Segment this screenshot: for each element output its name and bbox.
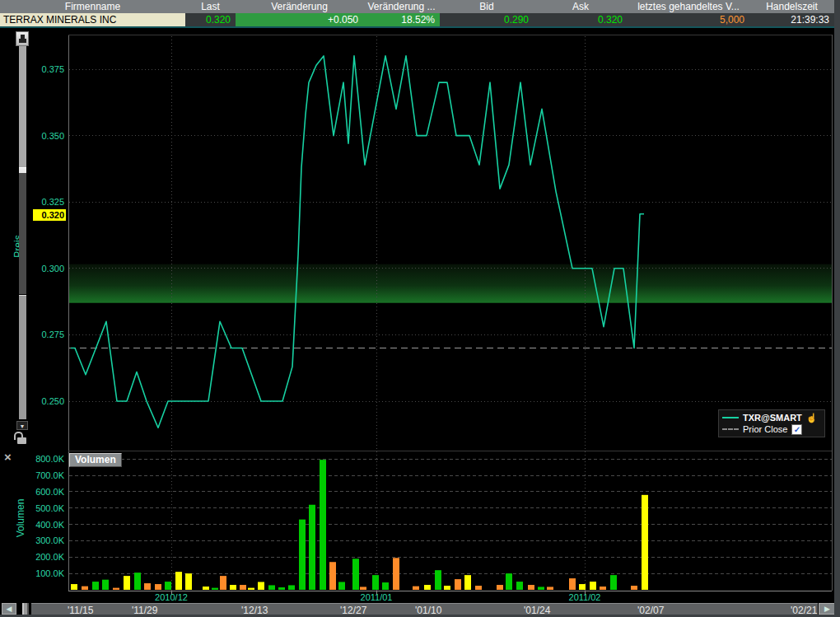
volume-bar xyxy=(92,582,99,590)
volume-bar xyxy=(338,582,345,590)
volume-bar xyxy=(309,505,315,590)
zoom-slider-knob-button[interactable] xyxy=(16,31,29,46)
quote-header-4[interactable]: Bid xyxy=(440,0,534,13)
volume-bar xyxy=(506,573,512,590)
volume-bar xyxy=(299,520,306,590)
volume-bar xyxy=(360,587,366,590)
quote-header-7[interactable]: Handelszeit xyxy=(749,0,834,13)
month-label: 2011/01 xyxy=(361,592,393,602)
volume-bar xyxy=(113,588,119,590)
volume-bar xyxy=(444,586,450,590)
volume-tick-label: 800.0K xyxy=(0,453,64,465)
volume-bar xyxy=(642,495,648,590)
volume-bar xyxy=(258,582,264,590)
scrollbar-grip[interactable] xyxy=(22,603,29,615)
volume-bar xyxy=(288,585,295,590)
volume-bar xyxy=(569,578,576,590)
price-tick-label: 0.325 xyxy=(0,196,64,208)
volume-bar xyxy=(352,559,359,590)
volume-bar xyxy=(393,558,399,590)
volume-bar xyxy=(497,585,503,590)
quote-value-3[interactable]: 18.52% xyxy=(363,13,440,26)
volume-bar xyxy=(278,587,285,590)
volume-bar xyxy=(455,579,461,590)
last-price-axis-chip: 0.320 xyxy=(33,209,66,221)
scroll-right-button[interactable]: ▶ xyxy=(819,603,836,615)
quote-value-6[interactable]: 5,000 xyxy=(628,13,749,26)
volume-bar xyxy=(600,587,606,590)
volume-bar xyxy=(631,586,637,590)
volume-bar xyxy=(435,570,441,590)
quote-header-0[interactable]: Firmenname xyxy=(0,0,185,13)
price-tick-label: 0.350 xyxy=(0,130,64,142)
volume-bar xyxy=(185,573,192,590)
volume-bar xyxy=(240,585,246,590)
volume-bar xyxy=(165,582,171,590)
volume-bar xyxy=(424,585,431,590)
collapse-pane-button[interactable]: ▼ xyxy=(16,421,28,430)
quote-header-6[interactable]: letztes gehandeltes V... xyxy=(628,0,749,13)
zoom-slider-track-upper[interactable] xyxy=(19,46,26,167)
scrollbar-track[interactable]: '11/15'11/29'12/13'12/27'01/10'01/24'02/… xyxy=(31,603,818,615)
price-line xyxy=(71,56,644,428)
volume-bar xyxy=(320,460,326,590)
volume-bar xyxy=(268,585,275,590)
series-label[interactable]: TXR@SMART xyxy=(743,413,802,423)
month-label: 2011/02 xyxy=(569,592,601,602)
prior-close-checkbox[interactable]: ✓ xyxy=(791,424,802,435)
quote-value-5[interactable]: 0.320 xyxy=(534,13,628,26)
volume-bar xyxy=(475,586,482,590)
volume-tick-label: 100.0K xyxy=(0,568,64,579)
trading-chart-window: FirmennameLastVeränderungVeränderung ...… xyxy=(0,0,840,617)
volume-bar xyxy=(516,582,523,590)
unlock-icon[interactable] xyxy=(17,437,26,444)
quote-header-5[interactable]: Ask xyxy=(534,0,628,13)
quote-value-row: TERRAX MINERALS INC0.320+0.05018.52%0.29… xyxy=(0,13,834,26)
prior-close-line-swatch xyxy=(722,428,739,430)
volume-bar xyxy=(155,584,161,590)
month-label: 2010/12 xyxy=(155,592,188,602)
volume-bar xyxy=(230,585,236,590)
volume-bar xyxy=(144,583,151,590)
chart-legend: TXR@SMART ☝ Prior Close ✓ xyxy=(718,409,825,437)
volume-tick-label: 600.0K xyxy=(0,486,64,498)
hand-drag-icon[interactable]: ☝ xyxy=(806,414,818,423)
zoom-slider-track-lower[interactable] xyxy=(19,295,26,419)
window-right-border xyxy=(834,0,840,617)
volume-bar xyxy=(372,575,379,590)
quote-value-4[interactable]: 0.290 xyxy=(440,13,534,26)
quote-value-2[interactable]: +0.050 xyxy=(236,13,363,26)
volume-tick-label: 700.0K xyxy=(0,470,64,481)
volume-bar xyxy=(464,575,471,590)
volume-bar xyxy=(579,584,586,590)
quote-separator xyxy=(0,26,834,28)
volume-bar xyxy=(175,572,182,590)
volume-bar xyxy=(590,582,596,590)
volume-pane-title-chip[interactable]: Volumen xyxy=(69,453,122,467)
quote-header-row: FirmennameLastVeränderungVeränderung ...… xyxy=(0,0,834,13)
volume-bar xyxy=(220,576,226,590)
chart-plot-area[interactable] xyxy=(0,30,840,617)
quote-value-0[interactable]: TERRAX MINERALS INC xyxy=(0,13,185,26)
quote-header-1[interactable]: Last xyxy=(185,0,236,13)
volume-tick-label: 300.0K xyxy=(0,535,64,546)
time-axis-scrollbar[interactable]: ◀ '11/15'11/29'12/13'12/27'01/10'01/24'0… xyxy=(0,602,840,615)
volume-bar xyxy=(413,587,419,590)
quote-header-2[interactable]: Veränderung xyxy=(236,0,363,13)
zoom-slider-thumb[interactable] xyxy=(19,167,26,173)
zoom-slider-track-mid[interactable] xyxy=(19,173,26,294)
quote-value-1[interactable]: 0.320 xyxy=(185,13,236,26)
volume-bar xyxy=(547,587,553,590)
series-line-swatch xyxy=(722,417,739,418)
volume-bar xyxy=(528,585,534,590)
quote-value-7[interactable]: 21:39:33 xyxy=(749,13,834,26)
volume-bar xyxy=(124,576,130,590)
price-tick-label: 0.375 xyxy=(0,63,64,75)
volume-bar xyxy=(248,588,254,590)
volume-tick-label: 500.0K xyxy=(0,502,64,514)
volume-bar xyxy=(102,580,109,590)
quote-header-3[interactable]: Veränderung ... xyxy=(363,0,440,13)
volume-bar xyxy=(82,587,88,590)
scroll-left-button[interactable]: ◀ xyxy=(2,603,16,615)
volume-bar xyxy=(610,575,617,590)
